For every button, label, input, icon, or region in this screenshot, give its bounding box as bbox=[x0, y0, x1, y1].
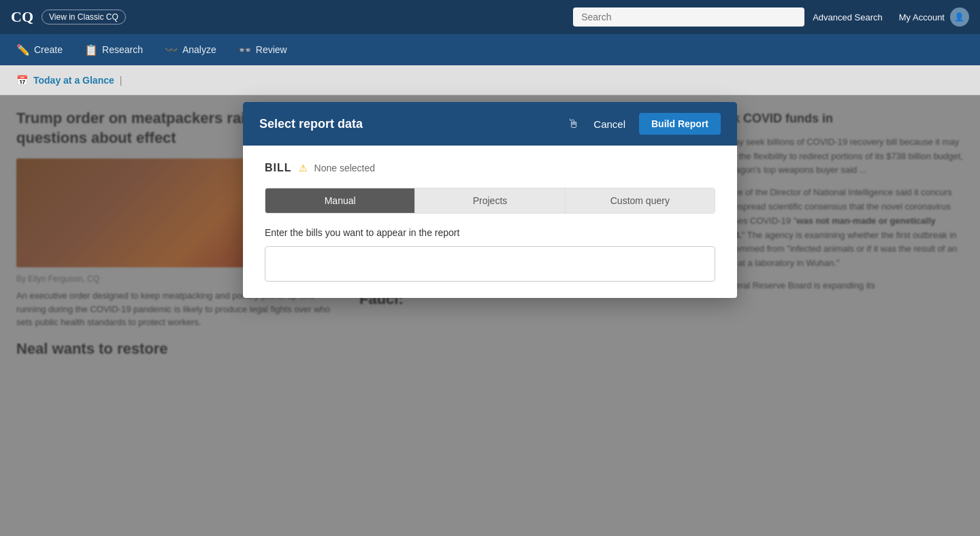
analyze-icon: 〰️ bbox=[165, 44, 178, 56]
modal-header: Select report data 🖱 Cancel Build Report bbox=[243, 102, 737, 146]
nav-analyze-label: Analyze bbox=[182, 44, 216, 55]
nav-research-label: Research bbox=[102, 44, 143, 55]
cursor-icon: 🖱 bbox=[568, 117, 580, 131]
secondary-navigation: ✏️ Create 📋 Research 〰️ Analyze 👓 Review bbox=[0, 34, 980, 65]
nav-analyze[interactable]: 〰️ Analyze bbox=[165, 44, 216, 56]
cancel-button[interactable]: Cancel bbox=[588, 116, 631, 133]
bills-input[interactable] bbox=[265, 246, 715, 282]
create-icon: ✏️ bbox=[16, 44, 30, 56]
none-selected-text: None selected bbox=[314, 163, 376, 173]
research-icon: 📋 bbox=[84, 44, 98, 56]
nav-review-label: Review bbox=[256, 44, 287, 55]
bill-header: BILL ⚠ None selected bbox=[265, 162, 715, 174]
top-navigation: CQ View in Classic CQ Advanced Search My… bbox=[0, 0, 980, 34]
modal-body: BILL ⚠ None selected Manual Projects Cus… bbox=[243, 146, 737, 298]
breadcrumb: 📅 Today at a Glance | bbox=[0, 65, 980, 95]
calendar-icon: 📅 bbox=[16, 75, 28, 86]
modal-header-actions: 🖱 Cancel Build Report bbox=[568, 113, 721, 135]
nav-create[interactable]: ✏️ Create bbox=[16, 44, 63, 56]
tab-custom-query[interactable]: Custom query bbox=[566, 188, 715, 213]
classic-cq-button[interactable]: View in Classic CQ bbox=[42, 10, 126, 24]
main-area: Trump order on meatpackers raises questi… bbox=[0, 95, 980, 536]
modal-overlay: Select report data 🖱 Cancel Build Report… bbox=[0, 95, 980, 536]
advanced-search-link[interactable]: Advanced Search bbox=[813, 12, 883, 22]
search-input[interactable] bbox=[573, 7, 804, 27]
avatar: 👤 bbox=[950, 7, 969, 27]
tab-group: Manual Projects Custom query bbox=[265, 188, 715, 214]
breadcrumb-separator: | bbox=[120, 75, 122, 86]
cq-logo: CQ bbox=[11, 8, 33, 26]
nav-research[interactable]: 📋 Research bbox=[84, 44, 143, 56]
tab-projects[interactable]: Projects bbox=[415, 188, 565, 213]
nav-create-label: Create bbox=[34, 44, 63, 55]
review-icon: 👓 bbox=[238, 44, 252, 56]
bill-label: BILL bbox=[265, 162, 292, 174]
today-at-a-glance-link[interactable]: Today at a Glance bbox=[33, 75, 114, 86]
build-report-button[interactable]: Build Report bbox=[639, 113, 721, 135]
modal-title: Select report data bbox=[259, 117, 363, 131]
select-report-modal: Select report data 🖱 Cancel Build Report… bbox=[243, 102, 737, 298]
my-account-label: My Account bbox=[899, 12, 945, 22]
my-account-menu[interactable]: My Account 👤 bbox=[899, 7, 969, 27]
tab-manual[interactable]: Manual bbox=[265, 188, 415, 213]
nav-review[interactable]: 👓 Review bbox=[238, 44, 287, 56]
instruction-text: Enter the bills you want to appear in th… bbox=[265, 227, 715, 238]
warning-icon: ⚠ bbox=[299, 163, 308, 173]
